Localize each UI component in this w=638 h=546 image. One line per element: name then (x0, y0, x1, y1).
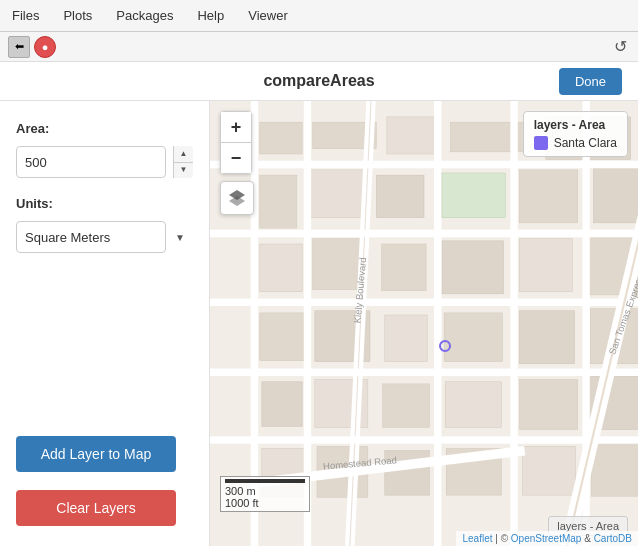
svg-rect-16 (519, 239, 572, 292)
map-legend: layers - Area Santa Clara (523, 111, 628, 157)
scale-line (225, 479, 305, 483)
menu-files[interactable]: Files (8, 6, 43, 25)
map-area[interactable]: Kiely Boulevard San Tomas Expressway Hom… (210, 101, 638, 546)
legend-item-label: Santa Clara (554, 136, 617, 150)
add-layer-button[interactable]: Add Layer to Map (16, 436, 176, 472)
area-input-wrap: ▲ ▼ (16, 146, 193, 178)
svg-rect-1 (260, 122, 302, 154)
svg-rect-15 (442, 241, 503, 294)
legend-title: layers - Area (534, 118, 617, 132)
menu-help[interactable]: Help (193, 6, 228, 25)
zoom-in-button[interactable]: + (221, 112, 251, 142)
zoom-out-button[interactable]: − (221, 143, 251, 173)
area-spinner-down[interactable]: ▼ (174, 163, 193, 179)
menu-plots[interactable]: Plots (59, 6, 96, 25)
scale-bar: 300 m 1000 ft (220, 476, 310, 512)
select-chevron-icon: ▼ (175, 232, 185, 243)
svg-rect-7 (307, 170, 365, 218)
units-label: Units: (16, 196, 193, 211)
svg-rect-35 (591, 443, 638, 496)
svg-rect-26 (383, 384, 430, 427)
main-content: compareAreas Done Area: ▲ ▼ Units: Squar… (0, 62, 638, 546)
left-panel: Area: ▲ ▼ Units: Square Meters Square Fe… (0, 101, 210, 546)
legend-color-swatch (534, 136, 548, 150)
area-spinner-up[interactable]: ▲ (174, 146, 193, 163)
legend-item: Santa Clara (534, 136, 617, 150)
svg-rect-11 (594, 165, 638, 223)
layers-toggle-wrap (220, 181, 254, 215)
toolbar-action-btn[interactable]: ⬅ (8, 36, 30, 58)
attribution-sep2: & (584, 533, 593, 544)
refresh-button[interactable]: ↺ (610, 37, 630, 57)
svg-rect-34 (523, 446, 576, 495)
zoom-controls: + − (220, 111, 252, 174)
svg-rect-10 (519, 170, 577, 223)
map-marker (439, 340, 451, 352)
layers-icon (227, 188, 247, 208)
svg-rect-3 (387, 117, 440, 154)
svg-rect-18 (260, 313, 305, 361)
toolbar-stop-btn[interactable]: ● (34, 36, 56, 58)
title-bar: compareAreas Done (0, 62, 638, 101)
svg-rect-14 (382, 244, 427, 291)
svg-rect-21 (444, 313, 502, 362)
menu-packages[interactable]: Packages (112, 6, 177, 25)
units-select[interactable]: Square Meters Square Feet Square Kilomet… (16, 221, 166, 253)
svg-rect-54 (442, 173, 506, 218)
scale-300m: 300 m (225, 485, 305, 497)
toolbar: ⬅ ● ↺ (0, 32, 638, 62)
svg-rect-6 (260, 175, 297, 228)
attribution-osm[interactable]: OpenStreetMap (511, 533, 582, 544)
svg-rect-27 (445, 382, 501, 428)
svg-rect-24 (262, 382, 302, 427)
svg-rect-12 (260, 244, 302, 292)
attribution-leaflet[interactable]: Leaflet (462, 533, 492, 544)
scale-1000ft: 1000 ft (225, 497, 305, 509)
svg-rect-8 (376, 175, 424, 217)
layers-toggle-button[interactable] (220, 181, 254, 215)
body-area: Area: ▲ ▼ Units: Square Meters Square Fe… (0, 101, 638, 546)
spacer (16, 277, 193, 428)
map-attribution: Leaflet | © OpenStreetMap & CartoDB (456, 531, 638, 546)
units-select-wrap: Square Meters Square Feet Square Kilomet… (16, 221, 193, 253)
area-input[interactable] (16, 146, 166, 178)
attribution-cartodb[interactable]: CartoDB (594, 533, 632, 544)
attribution-sep1: | © (495, 533, 511, 544)
area-label: Area: (16, 121, 193, 136)
done-button[interactable]: Done (559, 68, 622, 95)
svg-rect-22 (519, 311, 574, 364)
menu-viewer[interactable]: Viewer (244, 6, 292, 25)
svg-rect-20 (385, 315, 427, 362)
clear-layers-button[interactable]: Clear Layers (16, 490, 176, 526)
menu-bar: Files Plots Packages Help Viewer (0, 0, 638, 32)
area-spinner: ▲ ▼ (173, 146, 193, 178)
page-title: compareAreas (263, 72, 374, 90)
svg-rect-28 (519, 380, 577, 430)
svg-marker-56 (229, 196, 245, 206)
